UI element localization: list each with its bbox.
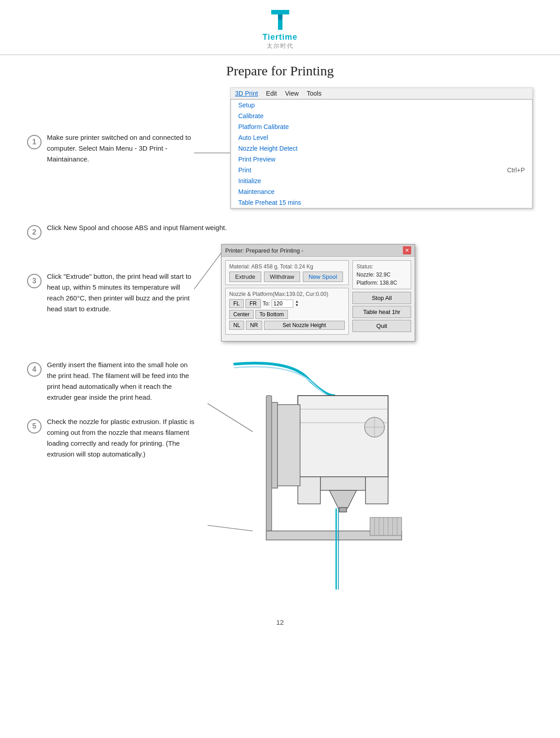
menu-item-maintenance[interactable]: Maintenance [231,186,532,197]
platform-temp: Platform: 138.8C [356,280,407,286]
to-input[interactable] [272,300,293,308]
dialog-title: Printer: Prepared for Printing - [225,247,303,254]
svg-rect-20 [266,396,272,531]
menu-bar-item-3dprint[interactable]: 3D Print [235,90,258,97]
right-buttons: Stop All Table heat 1hr Quit [352,292,411,334]
dialog-mockup: Printer: Prepared for Printing - ✕ Mater… [221,244,415,341]
set-nozzle-button[interactable]: Set Nozzle Height [264,321,345,330]
step-3-connector [194,244,221,316]
nozzle-row-2: Center To Bottom [229,310,345,319]
withdraw-button[interactable]: Withdraw [264,272,300,282]
header-divider [0,55,560,55]
step-5-number: 5 [27,419,42,434]
step-5-inner: 5 Check the nozzle for plastic extrusion… [27,416,199,460]
step-3-image-col: Printer: Prepared for Printing - ✕ Mater… [221,244,533,341]
center-button[interactable]: Center [229,310,254,319]
printer-image-col [199,360,533,596]
svg-rect-16 [298,477,320,504]
step-4-text: Gently insert the fliament into the smal… [47,360,199,403]
svg-rect-17 [366,477,388,504]
to-label: To: [263,300,270,307]
page-number: 12 [0,618,560,635]
step-4-number: 4 [27,362,42,377]
menu-item-nozzle-height[interactable]: Nozzle Height Detect [231,143,532,154]
menu-items-list: Setup Calibrate Platform Calibrate Auto … [231,99,532,208]
nozzle-row-1: FL FR To: ▲ ▼ [229,299,345,308]
step-1-section: 1 Make sure printer switched on and conn… [27,88,533,209]
material-label: Material: ABS 458 g, Total: 0.24 Kg [229,263,345,270]
step-3-section: 3 Click "Extrude" button, the print head… [27,244,533,341]
extrude-button[interactable]: Extrude [229,272,261,282]
menu-item-table-preheat[interactable]: Table Preheat 15 mins [231,197,532,208]
menu-bar-item-tools[interactable]: Tools [307,90,322,97]
menu-bar-item-edit[interactable]: Edit [266,90,277,97]
menu-bar-item-view[interactable]: View [285,90,299,97]
nl-button[interactable]: NL [229,321,244,330]
svg-line-5 [208,522,253,531]
step-1-connector [194,144,230,162]
table-heat-button[interactable]: Table heat 1hr [352,306,411,318]
content-area: 1 Make sure printer switched on and conn… [0,83,560,614]
menu-item-calibrate[interactable]: Calibrate [231,111,532,121]
fr-button[interactable]: FR [245,299,261,308]
menu-item-auto-level[interactable]: Auto Level [231,132,532,143]
status-label: Status: [356,263,407,270]
nozzle-row-3: NL NR Set Nozzle Height [229,321,345,330]
quit-button[interactable]: Quit [352,320,411,332]
step-1-inner: 1 Make sure printer switched on and conn… [27,132,194,165]
logo-icon [267,8,294,32]
dialog-close-button[interactable]: ✕ [403,246,411,254]
menu-item-platform-calibrate[interactable]: Platform Calibrate [231,121,532,132]
step-2-inner: 2 Click New Spool and choose ABS and inp… [27,222,533,240]
spin-buttons[interactable]: ▲ ▼ [295,300,299,307]
stop-all-button[interactable]: Stop All [352,292,411,304]
brand-name: Tiertime [263,32,298,42]
step-3-text: Click "Extrude" button, the print head w… [47,271,194,314]
step-5-section: 5 Check the nozzle for plastic extrusion… [27,416,199,460]
fl-button[interactable]: FL [229,299,244,308]
menu-item-print-preview[interactable]: Print Preview [231,154,532,165]
dialog-two-col: Material: ABS 458 g, Total: 0.24 Kg Extr… [225,260,411,337]
svg-line-3 [194,253,221,289]
dialog-left-col: Material: ABS 458 g, Total: 0.24 Kg Extr… [225,260,349,337]
step-1-text: Make sure printer switched on and connec… [47,132,194,165]
step-2-text: Click New Spool and choose ABS and input… [47,222,227,233]
dialog-titlebar: Printer: Prepared for Printing - ✕ [222,244,415,257]
svg-rect-13 [320,477,366,490]
step-5-text: Check the nozzle for plastic extrusion. … [47,416,199,460]
step-1-text-col: 1 Make sure printer switched on and conn… [27,132,194,165]
page-title: Prepare for Printing [226,63,333,78]
nozzle-section-label: Nozzle & Platform(Max:139.02, Cur:0.00) [229,291,345,297]
step-2-number: 2 [27,225,42,240]
svg-rect-15 [339,507,347,512]
menu-mockup: 3D Print Edit View Tools Setup Calibrate… [230,88,533,209]
step-4-section: 4 Gently insert the fliament into the sm… [27,360,199,403]
step-3-text-col: 3 Click "Extrude" button, the print head… [27,244,194,314]
svg-marker-14 [329,490,356,508]
step-3-number: 3 [27,274,42,288]
dialog-body: Material: ABS 458 g, Total: 0.24 Kg Extr… [222,257,415,341]
page-header: Tiertime 太尔时代 Prepare for Printing [0,0,560,83]
menu-item-print[interactable]: Print Ctrl+P [231,165,532,175]
nozzle-temp: Nozzle: 32.9C [356,272,407,278]
step-1-number: 1 [27,135,42,149]
status-section: Status: Nozzle: 32.9C Platform: 138.8C [352,260,411,289]
menu-item-initialize[interactable]: Initialize [231,175,532,186]
printer-svg [208,360,424,594]
nr-button[interactable]: NR [246,321,262,330]
nozzle-platform-section: Nozzle & Platform(Max:139.02, Cur:0.00) … [225,288,349,335]
material-buttons: Extrude Withdraw New Spool [229,272,345,282]
brand-chinese: 太尔时代 [267,42,294,50]
steps-4-5-section: 4 Gently insert the fliament into the sm… [27,360,533,596]
new-spool-button[interactable]: New Spool [303,272,343,282]
to-bottom-button[interactable]: To Bottom [255,310,288,319]
material-section: Material: ABS 458 g, Total: 0.24 Kg Extr… [225,260,349,285]
step-4-inner: 4 Gently insert the fliament into the sm… [27,360,199,403]
svg-line-4 [208,387,253,432]
steps-4-5-text-col: 4 Gently insert the fliament into the sm… [27,360,199,464]
menu-item-setup[interactable]: Setup [231,100,532,111]
svg-rect-18 [275,405,300,486]
step-1-image-col: 3D Print Edit View Tools Setup Calibrate… [230,88,533,209]
step-3-inner: 3 Click "Extrude" button, the print head… [27,271,194,314]
step-2-section: 2 Click New Spool and choose ABS and inp… [27,222,533,240]
